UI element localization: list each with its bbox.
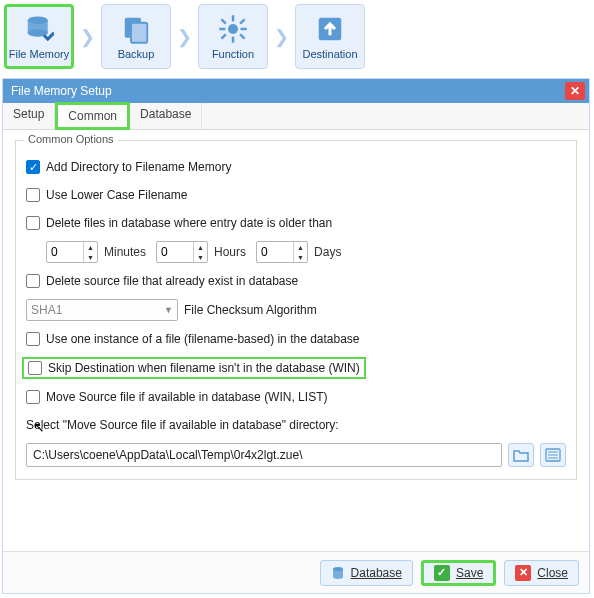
move-source-label: Move Source file if available in databas… xyxy=(46,390,327,404)
svg-rect-6 xyxy=(232,36,235,42)
browse-folder-button[interactable] xyxy=(508,443,534,467)
step-label: Function xyxy=(212,48,254,60)
hours-unit: Hours xyxy=(214,245,246,259)
chevron-icon: ❯ xyxy=(175,26,194,48)
hours-spinner[interactable]: ▲▼ xyxy=(156,241,208,263)
database-icon xyxy=(331,566,345,580)
minutes-spinner[interactable]: ▲▼ xyxy=(46,241,98,263)
days-unit: Days xyxy=(314,245,341,259)
spin-up-icon[interactable]: ▲ xyxy=(84,242,97,252)
directory-path-input[interactable] xyxy=(26,443,502,467)
step-file-memory[interactable]: File Memory xyxy=(4,4,74,69)
fieldset-legend: Common Options xyxy=(24,133,118,145)
checksum-label: File Checksum Algorithm xyxy=(184,303,317,317)
skip-destination-checkbox[interactable] xyxy=(28,361,42,375)
chevron-down-icon: ▼ xyxy=(164,305,173,315)
tab-database[interactable]: Database xyxy=(130,103,202,129)
delete-source-checkbox[interactable] xyxy=(26,274,40,288)
tab-bar: Setup Common Database xyxy=(3,103,589,130)
gear-icon xyxy=(218,14,248,44)
folder-icon xyxy=(513,448,529,462)
delete-older-checkbox[interactable] xyxy=(26,216,40,230)
svg-rect-3 xyxy=(131,22,147,42)
move-source-checkbox[interactable] xyxy=(26,390,40,404)
lower-case-label: Use Lower Case Filename xyxy=(46,188,187,202)
svg-rect-10 xyxy=(239,33,245,39)
checksum-value: SHA1 xyxy=(31,303,164,317)
dialog-footer: Database ✓ Save ✕ Close xyxy=(3,551,589,593)
days-spinner[interactable]: ▲▼ xyxy=(256,241,308,263)
wizard-toolbar: File Memory ❯ Backup ❯ Function ❯ Destin… xyxy=(0,0,594,73)
database-button[interactable]: Database xyxy=(320,560,413,586)
common-options-fieldset: Common Options Add Directory to Filename… xyxy=(15,140,577,480)
step-label: File Memory xyxy=(9,48,70,60)
spin-up-icon[interactable]: ▲ xyxy=(294,242,307,252)
close-button-label: Close xyxy=(537,566,568,580)
delete-older-label: Delete files in database where entry dat… xyxy=(46,216,332,230)
upload-icon xyxy=(315,14,345,44)
dialog-title: File Memory Setup xyxy=(7,84,565,98)
one-instance-checkbox[interactable] xyxy=(26,332,40,346)
chevron-icon: ❯ xyxy=(272,26,291,48)
spin-down-icon[interactable]: ▼ xyxy=(84,252,97,262)
tab-setup[interactable]: Setup xyxy=(3,103,55,129)
days-input[interactable] xyxy=(257,245,293,259)
hours-input[interactable] xyxy=(157,245,193,259)
spin-down-icon[interactable]: ▼ xyxy=(294,252,307,262)
add-directory-checkbox[interactable] xyxy=(26,160,40,174)
spin-down-icon[interactable]: ▼ xyxy=(194,252,207,262)
close-icon: ✕ xyxy=(515,565,531,581)
checksum-dropdown[interactable]: SHA1 ▼ xyxy=(26,299,178,321)
one-instance-label: Use one instance of a file (filename-bas… xyxy=(46,332,360,346)
skip-destination-label: Skip Destination when filename isn't in … xyxy=(48,361,360,375)
save-button[interactable]: ✓ Save xyxy=(421,560,496,586)
step-function[interactable]: Function xyxy=(198,4,268,69)
svg-rect-8 xyxy=(241,27,247,30)
svg-rect-12 xyxy=(239,18,245,24)
spin-up-icon[interactable]: ▲ xyxy=(194,242,207,252)
file-memory-setup-dialog: File Memory Setup ✕ Setup Common Databas… xyxy=(2,78,590,594)
svg-rect-11 xyxy=(221,33,227,39)
step-label: Backup xyxy=(118,48,155,60)
database-icon xyxy=(24,14,54,44)
minutes-input[interactable] xyxy=(47,245,83,259)
svg-rect-9 xyxy=(221,18,227,24)
close-button[interactable]: ✕ xyxy=(565,82,585,100)
list-icon xyxy=(545,448,561,462)
tab-common[interactable]: Common xyxy=(55,102,130,130)
save-button-label: Save xyxy=(456,566,483,580)
minutes-unit: Minutes xyxy=(104,245,146,259)
check-icon: ✓ xyxy=(434,565,450,581)
step-destination[interactable]: Destination xyxy=(295,4,365,69)
backup-icon xyxy=(121,14,151,44)
database-button-label: Database xyxy=(351,566,402,580)
lower-case-checkbox[interactable] xyxy=(26,188,40,202)
close-button[interactable]: ✕ Close xyxy=(504,560,579,586)
chevron-icon: ❯ xyxy=(78,26,97,48)
svg-point-4 xyxy=(228,24,238,34)
step-label: Destination xyxy=(302,48,357,60)
skip-destination-highlight: Skip Destination when filename isn't in … xyxy=(22,357,366,379)
svg-rect-5 xyxy=(232,15,235,21)
step-backup[interactable]: Backup xyxy=(101,4,171,69)
delete-source-label: Delete source file that already exist in… xyxy=(46,274,298,288)
select-dir-label: Select "Move Source file if available in… xyxy=(26,418,339,432)
add-directory-label: Add Directory to Filename Memory xyxy=(46,160,231,174)
svg-rect-7 xyxy=(219,27,225,30)
variables-button[interactable] xyxy=(540,443,566,467)
dialog-titlebar: File Memory Setup ✕ xyxy=(3,79,589,103)
